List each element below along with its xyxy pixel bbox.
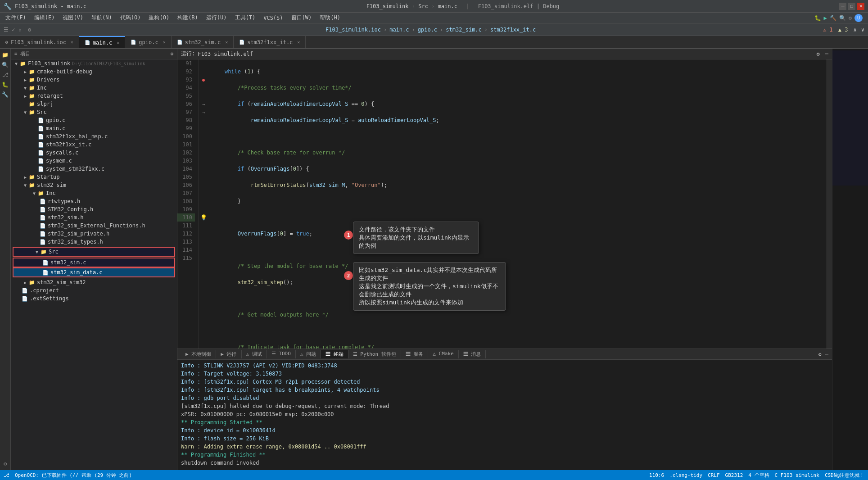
cmake-folder-icon: 📁: [29, 69, 35, 75]
tree-stm32f1xx-it[interactable]: 📄 stm32f1xx_it.c: [11, 140, 177, 149]
tree-drivers[interactable]: ▶ 📁 Drivers: [11, 76, 177, 84]
menu-code[interactable]: 代码(O): [117, 13, 145, 23]
nav-up[interactable]: ∧: [854, 27, 857, 33]
tree-sysmem[interactable]: 📄 sysmem.c: [11, 157, 177, 165]
settings-icon[interactable]: ⚙: [849, 15, 852, 21]
menu-view[interactable]: 视图(V): [59, 13, 87, 23]
tree-ext-functions[interactable]: 📄 stm32_sim_External_Functions.h: [11, 222, 177, 230]
tab-todo[interactable]: ☰ TODO: [267, 350, 296, 358]
lightbulb-110[interactable]: 💡: [200, 214, 207, 221]
tab-ioc-close[interactable]: ✕: [71, 40, 73, 45]
debug-sidebar-icon[interactable]: 🐛: [1, 80, 10, 89]
menu-refactor[interactable]: 重构(O): [145, 13, 173, 23]
settings-sidebar-icon[interactable]: ⚙: [1, 459, 10, 468]
tree-hal-msp[interactable]: 📄 stm32f1xx_hal_msp.c: [11, 132, 177, 140]
tab-ioc[interactable]: ⚙ F103_simulink.ioc ✕: [0, 36, 79, 49]
run-minimize-icon[interactable]: ─: [825, 51, 828, 57]
tree-main-c[interactable]: 📄 main.c: [11, 124, 177, 132]
panel-settings-icon[interactable]: ⚙: [818, 351, 822, 358]
tree-stm32-sim-c[interactable]: 📄 stm32_sim.c: [13, 258, 175, 267]
menu-window[interactable]: 窗口(W): [288, 13, 316, 23]
tree-rtwtypes[interactable]: 📄 rtwtypes.h: [11, 197, 177, 205]
nav-down[interactable]: ∨: [861, 27, 864, 33]
tree-system-stm32[interactable]: 📄 system_stm32f1xx.c: [11, 165, 177, 173]
tab-stm32f1xx-it[interactable]: 📄 stm32f1xx_it.c ✕: [234, 36, 306, 49]
tab-stm32-sim-c[interactable]: 📄 stm32_sim.c ✕: [172, 36, 234, 49]
menu-run[interactable]: 运行(U): [203, 13, 231, 23]
tree-root[interactable]: ▼ 📁 F103_simulink D:\ClionSTM32\F103_sim…: [11, 59, 177, 68]
editor-scrollbar[interactable]: [827, 59, 832, 349]
maximize-button[interactable]: □: [848, 3, 855, 10]
tree-retarget[interactable]: ▶ 📁 retarget: [11, 92, 177, 100]
menu-navigate[interactable]: 导航(N): [88, 13, 116, 23]
menu-file[interactable]: 文件(F): [2, 13, 30, 23]
tab-stm32f1xx-it-label: stm32f1xx_it.c: [247, 39, 293, 45]
run-settings-icon[interactable]: ⚙: [817, 51, 820, 57]
tree-stm32-config[interactable]: 📄 STM32_Config.h: [11, 205, 177, 213]
menu-vcs[interactable]: VCS(S): [260, 14, 286, 22]
git-icon[interactable]: ⎇: [1, 70, 10, 79]
folder-icon[interactable]: 📁: [1, 50, 10, 59]
build-icon[interactable]: 🔨: [830, 15, 836, 21]
run-icon[interactable]: ▶: [824, 15, 827, 21]
menu-tools[interactable]: 工具(T): [231, 13, 259, 23]
tab-services[interactable]: ☰ 服务: [401, 350, 429, 358]
panel-minimize-icon[interactable]: ─: [825, 351, 828, 358]
term-line-12: ** Programming Finished **: [181, 451, 828, 459]
menu-edit[interactable]: 编辑(E): [31, 13, 59, 23]
breadcrumb-gpio[interactable]: gpio.c: [418, 27, 437, 33]
tree-syscalls[interactable]: 📄 syscalls.c: [11, 149, 177, 157]
tree-cproject[interactable]: 📄 .cproject: [11, 286, 177, 294]
tab-local-control[interactable]: ▶ 本地制御: [181, 350, 216, 358]
tab-problems[interactable]: ⚠ 问题: [296, 350, 321, 358]
breadcrumb-main[interactable]: main.c: [389, 27, 409, 33]
tab-stm32f1xx-it-close[interactable]: ✕: [297, 40, 300, 45]
tab-debug[interactable]: ⚠ 调试: [242, 350, 267, 358]
term-line-10: Info : flash size = 256 KiB: [181, 435, 828, 443]
minimize-button[interactable]: ─: [839, 3, 846, 10]
ln-98: 98: [177, 116, 195, 124]
tab-terminal[interactable]: ☰ 终端: [321, 350, 348, 358]
tree-private-h[interactable]: 📄 stm32_sim_private.h: [11, 230, 177, 238]
breadcrumb-project[interactable]: F103_simulink.ioc: [326, 27, 381, 33]
breadcrumb-stm32sim[interactable]: stm32_sim.c: [446, 27, 481, 33]
search-icon[interactable]: 🔍: [839, 15, 846, 21]
menu-help[interactable]: 帮助(H): [316, 13, 344, 23]
code-text[interactable]: while (1) { /*Process tasks every solver…: [208, 59, 827, 349]
sidebar-options[interactable]: ⚙: [170, 51, 173, 57]
tree-stm32-sim-data-c[interactable]: 📄 stm32_sim_data.c: [13, 267, 175, 277]
tab-main-c-close[interactable]: ✕: [117, 40, 119, 45]
tab-stm32-sim-c-close[interactable]: ✕: [225, 40, 228, 45]
tree-stm32-sim-inc[interactable]: ▼ 📁 Inc: [11, 189, 177, 197]
tab-gpio-c-close[interactable]: ✕: [163, 40, 166, 45]
tree-cmake-build[interactable]: ▶ 📁 cmake-build-debug: [11, 68, 177, 76]
tab-main-c[interactable]: 📄 main.c ✕: [79, 36, 125, 49]
close-button[interactable]: ✕: [857, 3, 864, 10]
project-name: F103_simulink: [366, 3, 409, 9]
tree-stm32-sim[interactable]: ▼ 📁 stm32_sim: [11, 181, 177, 189]
breadcrumb-stm32f1xx[interactable]: stm32f1xx_it.c: [490, 27, 536, 33]
tree-slprj[interactable]: 📁 slprj: [11, 100, 177, 108]
tab-stm32-sim-c-label: stm32_sim.c: [185, 39, 221, 45]
tab-run[interactable]: ▶ 运行: [216, 350, 241, 358]
sidebar-header: ≡ 项目 ⚙: [11, 49, 177, 59]
tab-gpio-c[interactable]: 📄 gpio.c ✕: [125, 36, 171, 49]
tree-ext-settings[interactable]: 📄 .extSettings: [11, 294, 177, 303]
tree-inc[interactable]: ▼ 📁 Inc: [11, 84, 177, 92]
search-sidebar-icon[interactable]: 🔍: [1, 60, 10, 69]
tree-types-h[interactable]: 📄 stm32_sim_types.h: [11, 238, 177, 246]
tab-messages[interactable]: ☰ 消息: [459, 350, 486, 358]
tree-startup[interactable]: ▶ 📁 Startup: [11, 173, 177, 181]
tree-src-highlighted[interactable]: ▼ 📁 Src: [13, 247, 175, 257]
code-line-108: /* Indicate task for base rate complete …: [212, 343, 823, 349]
tab-python[interactable]: ☰ Python 软件包: [348, 350, 401, 358]
tree-src-top[interactable]: ▼ 📁 Src: [11, 108, 177, 116]
gutter: ● → →: [199, 59, 208, 349]
ln-96: 96: [177, 100, 195, 108]
extensions-icon[interactable]: 🔧: [1, 90, 10, 99]
menu-build[interactable]: 构建(B): [174, 13, 202, 23]
tree-gpio-c[interactable]: 📄 gpio.c: [11, 116, 177, 124]
tree-stm32-sim-stm32[interactable]: ▶ 📁 stm32_sim_stm32: [11, 278, 177, 286]
tree-stm32-sim-h[interactable]: 📄 stm32_sim.h: [11, 213, 177, 222]
tab-cmake[interactable]: △ CMake: [428, 350, 458, 358]
